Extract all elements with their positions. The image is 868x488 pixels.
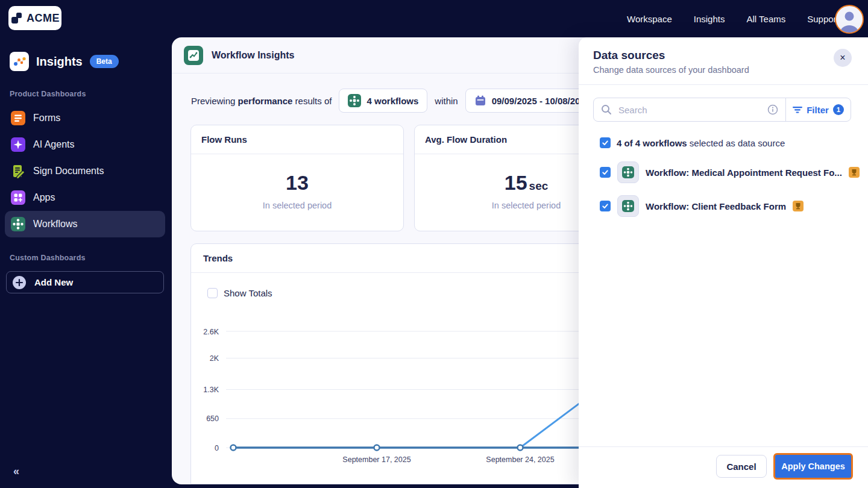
logo-text: ACME: [27, 12, 60, 25]
insights-app-icon: [10, 52, 29, 71]
date-range-label: 09/09/2025 - 10/08/2025: [492, 96, 590, 106]
ai-agents-icon: [11, 137, 25, 152]
nav-insights[interactable]: Insights: [694, 14, 725, 24]
trends-title: Trends: [191, 244, 638, 273]
workflow-icon: [622, 200, 634, 212]
stat-card-flow-runs: Flow Runs 13 In selected period: [190, 125, 404, 231]
custom-dashboards-label: Custom Dashboards: [10, 254, 86, 262]
check-icon: [602, 202, 609, 210]
user-avatar[interactable]: [835, 5, 864, 34]
apply-changes-button[interactable]: Apply Changes: [773, 453, 853, 480]
within-label: within: [435, 96, 458, 106]
menu-label-ai-agents: AI Agents: [33, 139, 75, 150]
check-icon: [602, 169, 609, 176]
svg-text:2K: 2K: [210, 354, 219, 363]
menu-label-forms: Forms: [33, 113, 60, 124]
stat-title: Flow Runs: [191, 125, 403, 154]
sidebar-app-title: Insights: [36, 55, 83, 69]
product-dashboards-label: Product Dashboards: [10, 90, 86, 98]
forms-icon: [11, 111, 25, 125]
add-new-button[interactable]: Add New: [6, 271, 164, 293]
filter-count-badge: 1: [833, 104, 844, 115]
add-new-label: Add New: [34, 277, 73, 287]
select-all-row: 4 of 4 workflows selected as data source: [600, 137, 785, 148]
svg-text:650: 650: [206, 414, 219, 423]
panel-title: Data sources: [593, 49, 665, 62]
panel-subtitle: Change data sources of your dashboard: [593, 65, 749, 75]
sidebar-item-workflows[interactable]: Workflows: [5, 211, 165, 237]
trends-chart: 06501.3K2K2.6KSeptember 17, 2025Septembe…: [191, 314, 640, 477]
menu-label-apps: Apps: [33, 192, 55, 203]
nav-workspace[interactable]: Workspace: [627, 14, 672, 24]
menu-label-sign-documents: Sign Documents: [33, 166, 104, 177]
person-icon: [836, 6, 863, 33]
apps-icon: [11, 190, 25, 205]
workflow-insights-icon: [184, 46, 203, 65]
trophy-icon: [793, 201, 804, 211]
data-sources-panel: Data sources Change data sources of your…: [579, 37, 868, 488]
stat-value: 13: [286, 171, 309, 194]
top-navigation: Workspace Insights All Teams Support: [627, 0, 839, 37]
show-totals-checkbox[interactable]: Show Totals: [207, 288, 272, 298]
menu-label-workflows: Workflows: [33, 219, 78, 230]
stat-unit: sec: [529, 180, 549, 192]
cancel-button[interactable]: Cancel: [716, 455, 767, 478]
acme-logo[interactable]: ACME: [8, 6, 61, 30]
show-totals-label: Show Totals: [224, 288, 272, 298]
sidebar-menu: Forms AI Agents Sign Documents Apps: [5, 105, 165, 237]
select-all-text: 4 of 4 workflows selected as data source: [617, 138, 785, 148]
stat-subtitle: In selected period: [191, 201, 403, 210]
sidebar-collapse-button[interactable]: «: [13, 465, 19, 478]
sidebar-item-ai-agents[interactable]: AI Agents: [5, 131, 165, 158]
nav-support[interactable]: Support: [807, 14, 839, 24]
sidebar-item-apps[interactable]: Apps: [5, 184, 165, 211]
filter-label: Filter: [807, 105, 829, 115]
sidebar-header: Insights Beta: [10, 52, 119, 71]
search-input[interactable]: [618, 105, 761, 115]
close-icon[interactable]: ×: [834, 49, 852, 67]
preview-row: Previewing performance results of 4 work…: [191, 89, 599, 113]
workflow-row-client-feedback[interactable]: Workflow: Client Feedback Form: [600, 195, 804, 217]
svg-text:September 24, 2025: September 24, 2025: [486, 455, 554, 464]
workflow-mini-icon: [348, 94, 361, 107]
page-title: Workflow Insights: [212, 50, 294, 61]
trophy-icon: [849, 167, 860, 178]
filter-button[interactable]: Filter 1: [786, 98, 851, 121]
filter-icon: [793, 105, 802, 114]
plus-circle-icon: [13, 276, 26, 289]
beta-badge: Beta: [90, 55, 119, 68]
panel-divider: [579, 84, 868, 85]
workflow-icon-box: [617, 161, 639, 183]
svg-text:2.6K: 2.6K: [203, 328, 219, 336]
preview-text: Previewing performance results of: [191, 96, 332, 106]
workflows-icon: [11, 217, 25, 231]
workflows-selector-button[interactable]: 4 workflows: [339, 89, 427, 113]
stat-value: 15: [505, 171, 527, 194]
workflow-checkbox[interactable]: [600, 201, 611, 211]
checkbox-unchecked[interactable]: [207, 288, 218, 298]
acme-logo-icon: [10, 11, 24, 25]
search-icon: [601, 104, 612, 115]
svg-text:0: 0: [215, 444, 219, 452]
svg-text:September 17, 2025: September 17, 2025: [342, 455, 410, 464]
workflow-checkbox[interactable]: [600, 167, 611, 178]
sidebar-item-sign-documents[interactable]: Sign Documents: [5, 158, 165, 184]
workflow-icon: [622, 166, 634, 178]
workflow-row-medical[interactable]: Workflow: Medical Appointment Request Fo…: [600, 161, 860, 183]
calendar-icon: [474, 95, 486, 107]
workflow-name: Workflow: Medical Appointment Request Fo…: [646, 167, 842, 178]
workflow-name: Workflow: Client Feedback Form: [646, 201, 786, 211]
svg-text:1.3K: 1.3K: [203, 386, 219, 394]
sidebar-item-forms[interactable]: Forms: [5, 105, 165, 131]
panel-footer-divider: [579, 446, 868, 447]
search-box: Filter 1: [593, 98, 851, 122]
check-icon: [602, 139, 609, 146]
workflow-icon-box: [617, 195, 639, 217]
select-all-checkbox[interactable]: [600, 137, 611, 148]
nav-all-teams[interactable]: All Teams: [746, 14, 785, 24]
info-icon[interactable]: [767, 104, 778, 115]
sign-documents-icon: [11, 164, 25, 178]
workflows-button-label: 4 workflows: [366, 96, 418, 106]
trends-card: Trends Show Totals 06501.3K2K2.6KSeptemb…: [190, 243, 639, 484]
